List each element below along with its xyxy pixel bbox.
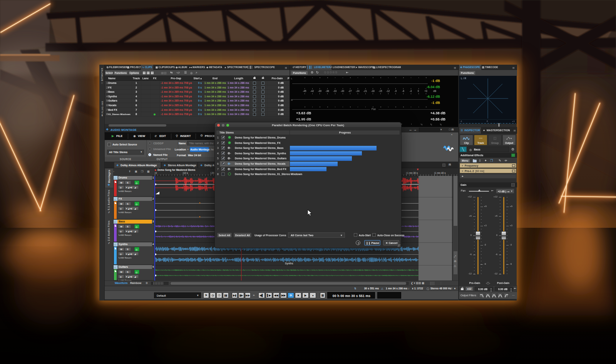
svg-text:⤢: ⤢ (454, 255, 456, 258)
svg-text:△: △ (454, 264, 456, 267)
svg-text:Synths: Synths (285, 262, 293, 265)
svg-text:⚖: ⚖ (454, 260, 456, 262)
